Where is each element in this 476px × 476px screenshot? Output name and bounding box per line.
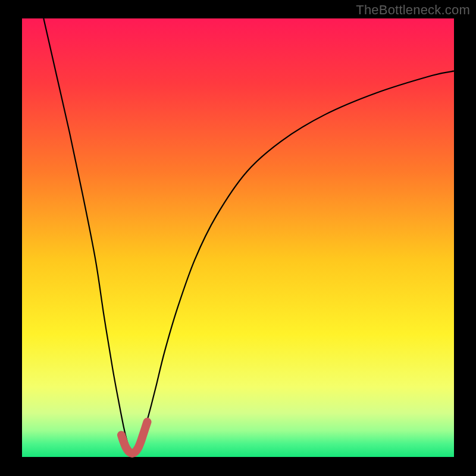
plot-background: [22, 18, 454, 457]
bottleneck-chart: [0, 0, 476, 476]
chart-frame: TheBottleneck.com: [0, 0, 476, 476]
